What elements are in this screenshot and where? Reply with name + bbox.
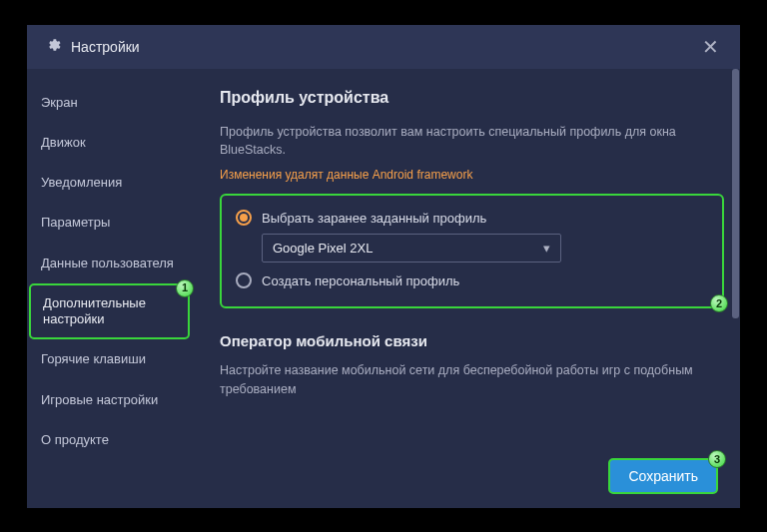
radio-preset-profile[interactable]: Выбрать заранее заданный профиль — [236, 210, 708, 226]
sidebar-item-game[interactable]: Игровые настройки — [27, 380, 192, 420]
section-heading-profile: Профиль устройства — [220, 89, 724, 107]
carrier-section: Оператор мобильной связи Настройте назва… — [220, 332, 724, 399]
profile-warning: Изменения удалят данные Android framewor… — [220, 168, 724, 182]
scrollbar-thumb[interactable] — [732, 69, 739, 318]
sidebar-item-advanced[interactable]: Дополнительные настройки 1 — [29, 283, 190, 340]
select-value: Google Pixel 2XL — [273, 241, 373, 256]
sidebar-item-engine[interactable]: Движок — [27, 123, 192, 163]
titlebar: Настройки ✕ — [27, 25, 740, 69]
radio-label: Создать персональный профиль — [262, 273, 459, 288]
sidebar: Экран Движок Уведомления Параметры Данны… — [27, 69, 192, 508]
radio-icon-selected — [236, 210, 252, 226]
preset-profile-select[interactable]: Google Pixel 2XL ▾ — [262, 234, 561, 263]
body: Экран Движок Уведомления Параметры Данны… — [27, 69, 740, 508]
profile-description: Профиль устройства позволит вам настроит… — [220, 123, 724, 161]
radio-label: Выбрать заранее заданный профиль — [262, 211, 486, 226]
profile-box: Выбрать заранее заданный профиль Google … — [220, 194, 724, 308]
close-icon[interactable]: ✕ — [698, 35, 722, 59]
sidebar-item-parameters[interactable]: Параметры — [27, 203, 192, 243]
section-heading-carrier: Оператор мобильной связи — [220, 332, 724, 349]
radio-icon — [236, 272, 252, 288]
radio-custom-profile[interactable]: Создать персональный профиль — [236, 272, 708, 288]
gear-icon — [45, 37, 61, 56]
scrollbar-track[interactable] — [731, 69, 739, 454]
sidebar-item-userdata[interactable]: Данные пользователя — [27, 244, 192, 283]
annotation-badge-2: 2 — [710, 294, 728, 312]
chevron-down-icon: ▾ — [543, 241, 550, 256]
save-wrap: Сохранить 3 — [608, 458, 718, 494]
sidebar-item-label: Дополнительные настройки — [43, 295, 146, 326]
sidebar-item-notifications[interactable]: Уведомления — [27, 163, 192, 203]
annotation-badge-3: 3 — [708, 450, 726, 468]
carrier-description: Настройте название мобильной сети для бе… — [220, 361, 724, 399]
sidebar-item-hotkeys[interactable]: Горячие клавиши — [27, 339, 192, 379]
save-button[interactable]: Сохранить — [608, 458, 718, 494]
settings-window: Настройки ✕ Экран Движок Уведомления Пар… — [27, 25, 740, 508]
main-panel: Профиль устройства Профиль устройства по… — [192, 69, 740, 508]
sidebar-item-screen[interactable]: Экран — [27, 83, 192, 123]
sidebar-item-about[interactable]: О продукте — [27, 420, 192, 460]
window-title: Настройки — [71, 39, 688, 55]
